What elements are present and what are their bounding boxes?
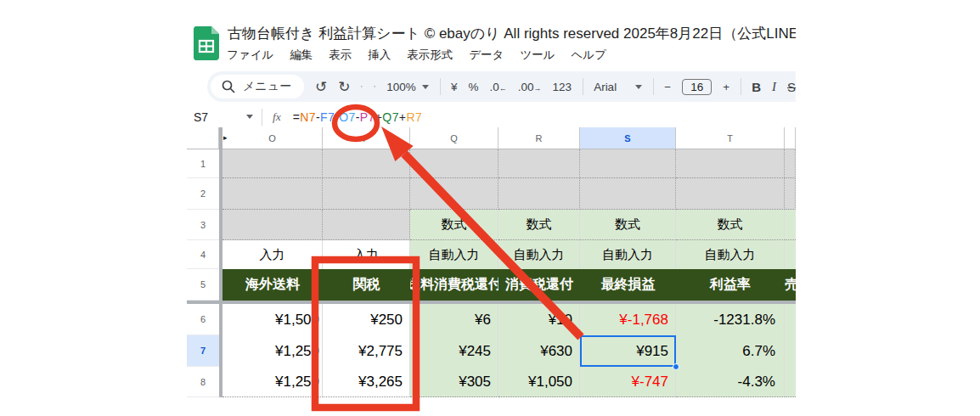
row-header-1[interactable]: 1 [187, 149, 219, 178]
cell-T4[interactable]: 自動入力 [676, 240, 785, 269]
bold-button[interactable]: B [752, 80, 761, 94]
cell-R3[interactable]: 数式 [498, 210, 580, 240]
cell-S8[interactable]: ¥-747 [580, 367, 676, 397]
column-header-R[interactable]: R [498, 127, 580, 149]
cell-O3[interactable] [222, 210, 323, 240]
decrease-font-size-button[interactable]: − [664, 81, 671, 93]
cell-S1[interactable] [580, 149, 676, 178]
name-box-dropdown-icon[interactable] [246, 115, 253, 119]
cell-S4[interactable]: 自動入力 [580, 240, 676, 269]
cell-O8[interactable]: ¥1,250 [222, 367, 323, 397]
row-header-3[interactable]: 3 [187, 210, 219, 240]
cell-R4[interactable]: 自動入力 [498, 240, 580, 269]
cell-T3[interactable]: 数式 [676, 210, 785, 240]
cell-P7[interactable]: ¥2,775 [323, 335, 410, 367]
cell-Q5[interactable]: 送料消費税還付 [410, 269, 498, 301]
increase-decimal-button[interactable]: .00→ [518, 81, 542, 93]
cell-U7[interactable] [785, 335, 796, 367]
cell-O5[interactable]: 海外送料 [222, 269, 323, 301]
cell-P2[interactable] [323, 178, 410, 210]
formula-input[interactable]: = N7 - F7 - O7 - P7 + Q7 + R7 [293, 110, 422, 124]
cell-P3[interactable] [323, 210, 410, 240]
cell-S3[interactable]: 数式 [580, 210, 676, 240]
column-header-T[interactable]: T [676, 127, 785, 149]
row-header-4[interactable]: 4 [187, 240, 219, 269]
more-formats-button[interactable]: 123 [552, 81, 572, 93]
cell-T6[interactable]: -1231.8% [676, 304, 785, 335]
menu-edit[interactable]: 編集 [290, 48, 313, 63]
cell-Q4[interactable]: 自動入力 [410, 240, 498, 269]
cell-Q3[interactable]: 数式 [410, 210, 498, 240]
decrease-decimal-button[interactable]: .0← [489, 81, 506, 93]
cell-S6[interactable]: ¥-1,768 [580, 304, 676, 335]
cell-P1[interactable] [323, 149, 410, 178]
cell-U4[interactable] [785, 240, 796, 269]
zoom-select[interactable]: 100% [386, 81, 429, 93]
column-header-P[interactable]: P [323, 127, 410, 149]
cell-U3[interactable] [785, 210, 796, 240]
cell-O7[interactable]: ¥1,250 [222, 335, 323, 367]
cell-O1[interactable] [222, 149, 323, 178]
name-box[interactable]: S7 [187, 110, 246, 124]
cell-T1[interactable] [676, 149, 785, 178]
menu-insert[interactable]: 挿入 [368, 48, 391, 63]
print-icon[interactable] [361, 79, 363, 94]
format-percent-button[interactable]: % [468, 81, 478, 93]
menu-view[interactable]: 表示 [329, 48, 352, 63]
search-menus-button[interactable]: メニュー [211, 75, 304, 98]
column-header-U[interactable] [785, 127, 796, 149]
menu-help[interactable]: ヘルプ [572, 48, 606, 63]
menu-tools[interactable]: ツール [520, 48, 555, 63]
row-header-6[interactable]: 6 [187, 304, 219, 335]
fill-handle[interactable] [673, 363, 679, 370]
cell-T2[interactable] [676, 178, 785, 210]
cell-P6[interactable]: ¥250 [323, 304, 410, 335]
cell-R1[interactable] [498, 149, 580, 178]
cell-Q1[interactable] [410, 149, 498, 178]
row-header-2[interactable]: 2 [187, 178, 219, 210]
cell-S2[interactable] [580, 178, 676, 210]
menu-file[interactable]: ファイル [227, 48, 273, 63]
row-header-5[interactable]: 5 [187, 269, 219, 301]
cell-P8[interactable]: ¥3,265 [323, 367, 410, 397]
cell-Q8[interactable]: ¥305 [410, 367, 498, 397]
row-header-8[interactable]: 8 [187, 367, 219, 397]
italic-button[interactable]: I [772, 80, 776, 94]
cell-P5[interactable]: 関税 [323, 269, 410, 301]
cell-U5[interactable]: 売 [785, 269, 796, 301]
cell-P4[interactable]: 入力 [323, 240, 410, 269]
font-size-input[interactable]: 16 [682, 79, 712, 95]
column-header-Q[interactable]: Q [410, 127, 498, 149]
cell-U2[interactable] [785, 178, 796, 210]
row-header-7[interactable]: 7 [187, 335, 219, 367]
document-title[interactable]: 古物台帳付き 利益計算シート © ebayのり All rights reser… [228, 24, 796, 43]
cell-T7[interactable]: 6.7% [676, 335, 785, 367]
menu-data[interactable]: データ [469, 48, 504, 63]
redo-button[interactable]: ↻ [338, 80, 350, 94]
cell-U6[interactable] [785, 304, 796, 335]
cell-R2[interactable] [498, 178, 580, 210]
cell-Q6[interactable]: ¥6 [410, 304, 498, 335]
google-sheets-logo[interactable] [194, 26, 219, 60]
cell-U8[interactable] [785, 367, 796, 397]
cell-O6[interactable]: ¥1,500 [222, 304, 323, 335]
column-header-O[interactable]: O [222, 127, 323, 149]
hidden-columns-marker-icon[interactable]: ▸ [223, 133, 228, 142]
cell-O4[interactable]: 入力 [222, 240, 323, 269]
paint-format-icon[interactable] [374, 79, 375, 94]
cell-R7[interactable]: ¥630 [498, 335, 580, 367]
undo-button[interactable]: ↺ [315, 80, 327, 94]
cell-S5[interactable]: 最終損益 [580, 269, 676, 301]
cell-O2[interactable] [222, 178, 323, 210]
frozen-rows-divider[interactable] [187, 301, 796, 304]
format-currency-button[interactable]: ¥ [451, 81, 458, 93]
menu-format[interactable]: 表示形式 [407, 48, 453, 63]
cell-T8[interactable]: -4.3% [676, 367, 785, 397]
cell-R8[interactable]: ¥1,050 [498, 367, 580, 397]
cell-U1[interactable] [785, 149, 796, 178]
cell-T5[interactable]: 利益率 [676, 269, 785, 301]
frozen-columns-divider[interactable] [219, 127, 222, 397]
cell-Q2[interactable] [410, 178, 498, 210]
cell-Q7[interactable]: ¥245 [410, 335, 498, 367]
column-header-S[interactable]: S [580, 127, 676, 149]
